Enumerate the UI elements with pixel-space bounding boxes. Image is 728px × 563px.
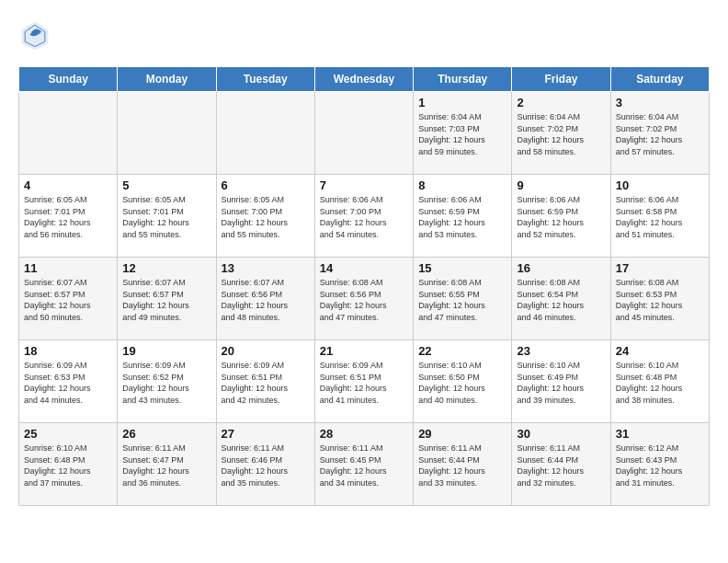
- calendar-cell: 23Sunrise: 6:10 AM Sunset: 6:49 PM Dayli…: [512, 340, 610, 423]
- day-info: Sunrise: 6:11 AM Sunset: 6:47 PM Dayligh…: [122, 442, 210, 488]
- day-number: 14: [320, 261, 408, 275]
- calendar-cell: 6Sunrise: 6:05 AM Sunset: 7:00 PM Daylig…: [216, 175, 314, 258]
- day-info: Sunrise: 6:09 AM Sunset: 6:51 PM Dayligh…: [222, 360, 310, 406]
- calendar-cell: 10Sunrise: 6:06 AM Sunset: 6:58 PM Dayli…: [610, 175, 709, 258]
- weekday-header-monday: Monday: [118, 67, 216, 92]
- calendar-week-1: 1Sunrise: 6:04 AM Sunset: 7:03 PM Daylig…: [19, 92, 710, 175]
- day-number: 10: [616, 178, 704, 192]
- day-info: Sunrise: 6:11 AM Sunset: 6:44 PM Dayligh…: [517, 442, 605, 488]
- calendar-cell: 21Sunrise: 6:09 AM Sunset: 6:51 PM Dayli…: [314, 340, 413, 423]
- calendar-cell: 2Sunrise: 6:04 AM Sunset: 7:02 PM Daylig…: [512, 92, 610, 175]
- day-number: 28: [320, 427, 408, 441]
- calendar-cell: [314, 92, 413, 175]
- day-number: 15: [418, 261, 506, 275]
- calendar-cell: [19, 92, 118, 175]
- day-info: Sunrise: 6:10 AM Sunset: 6:48 PM Dayligh…: [24, 442, 112, 488]
- logo-icon: [18, 18, 51, 52]
- day-number: 7: [320, 178, 408, 192]
- calendar-cell: 5Sunrise: 6:05 AM Sunset: 7:01 PM Daylig…: [118, 175, 216, 258]
- calendar-cell: 19Sunrise: 6:09 AM Sunset: 6:52 PM Dayli…: [118, 340, 216, 423]
- day-number: 9: [517, 178, 605, 192]
- day-number: 20: [222, 344, 310, 358]
- day-info: Sunrise: 6:10 AM Sunset: 6:48 PM Dayligh…: [616, 360, 704, 406]
- calendar-cell: 15Sunrise: 6:08 AM Sunset: 6:55 PM Dayli…: [414, 258, 512, 340]
- day-info: Sunrise: 6:11 AM Sunset: 6:44 PM Dayligh…: [418, 442, 506, 488]
- day-info: Sunrise: 6:07 AM Sunset: 6:56 PM Dayligh…: [222, 277, 310, 323]
- calendar-cell: 16Sunrise: 6:08 AM Sunset: 6:54 PM Dayli…: [512, 258, 610, 340]
- calendar-cell: 29Sunrise: 6:11 AM Sunset: 6:44 PM Dayli…: [414, 423, 512, 506]
- calendar-cell: 31Sunrise: 6:12 AM Sunset: 6:43 PM Dayli…: [610, 423, 709, 506]
- weekday-header-tuesday: Tuesday: [216, 67, 314, 92]
- calendar-week-4: 18Sunrise: 6:09 AM Sunset: 6:53 PM Dayli…: [19, 340, 710, 423]
- day-info: Sunrise: 6:10 AM Sunset: 6:50 PM Dayligh…: [418, 360, 506, 406]
- calendar-cell: 3Sunrise: 6:04 AM Sunset: 7:02 PM Daylig…: [610, 92, 709, 175]
- day-number: 30: [517, 427, 605, 441]
- day-number: 24: [616, 344, 704, 358]
- calendar-cell: 20Sunrise: 6:09 AM Sunset: 6:51 PM Dayli…: [216, 340, 314, 423]
- day-info: Sunrise: 6:04 AM Sunset: 7:02 PM Dayligh…: [517, 111, 605, 157]
- day-info: Sunrise: 6:06 AM Sunset: 6:58 PM Dayligh…: [616, 194, 704, 240]
- day-number: 8: [418, 178, 506, 192]
- calendar-cell: 9Sunrise: 6:06 AM Sunset: 6:59 PM Daylig…: [512, 175, 610, 258]
- day-number: 25: [24, 427, 112, 441]
- day-number: 19: [122, 344, 210, 358]
- day-number: 11: [24, 261, 112, 275]
- day-number: 12: [122, 261, 210, 275]
- day-info: Sunrise: 6:07 AM Sunset: 6:57 PM Dayligh…: [24, 277, 112, 323]
- day-info: Sunrise: 6:10 AM Sunset: 6:49 PM Dayligh…: [517, 360, 605, 406]
- calendar-cell: 25Sunrise: 6:10 AM Sunset: 6:48 PM Dayli…: [19, 423, 118, 506]
- day-info: Sunrise: 6:12 AM Sunset: 6:43 PM Dayligh…: [616, 442, 704, 488]
- day-number: 22: [418, 344, 506, 358]
- weekday-header-friday: Friday: [512, 67, 610, 92]
- calendar-week-3: 11Sunrise: 6:07 AM Sunset: 6:57 PM Dayli…: [19, 258, 710, 340]
- calendar-week-5: 25Sunrise: 6:10 AM Sunset: 6:48 PM Dayli…: [19, 423, 710, 506]
- day-info: Sunrise: 6:09 AM Sunset: 6:52 PM Dayligh…: [122, 360, 210, 406]
- day-number: 4: [24, 178, 112, 192]
- day-number: 29: [418, 427, 506, 441]
- day-number: 18: [24, 344, 112, 358]
- day-number: 3: [616, 96, 704, 109]
- day-info: Sunrise: 6:08 AM Sunset: 6:54 PM Dayligh…: [517, 277, 605, 323]
- day-number: 31: [616, 427, 704, 441]
- calendar-cell: 14Sunrise: 6:08 AM Sunset: 6:56 PM Dayli…: [314, 258, 413, 340]
- day-number: 5: [122, 178, 210, 192]
- calendar-cell: 26Sunrise: 6:11 AM Sunset: 6:47 PM Dayli…: [118, 423, 216, 506]
- weekday-row: SundayMondayTuesdayWednesdayThursdayFrid…: [19, 67, 710, 92]
- calendar-cell: 1Sunrise: 6:04 AM Sunset: 7:03 PM Daylig…: [414, 92, 512, 175]
- day-number: 26: [122, 427, 210, 441]
- weekday-header-saturday: Saturday: [610, 67, 709, 92]
- day-info: Sunrise: 6:06 AM Sunset: 7:00 PM Dayligh…: [320, 194, 408, 240]
- day-info: Sunrise: 6:05 AM Sunset: 7:01 PM Dayligh…: [122, 194, 210, 240]
- day-info: Sunrise: 6:11 AM Sunset: 6:46 PM Dayligh…: [222, 442, 310, 488]
- calendar-cell: [216, 92, 314, 175]
- calendar-cell: 13Sunrise: 6:07 AM Sunset: 6:56 PM Dayli…: [216, 258, 314, 340]
- weekday-header-thursday: Thursday: [414, 67, 512, 92]
- day-info: Sunrise: 6:06 AM Sunset: 6:59 PM Dayligh…: [517, 194, 605, 240]
- day-info: Sunrise: 6:08 AM Sunset: 6:53 PM Dayligh…: [616, 277, 704, 323]
- day-number: 21: [320, 344, 408, 358]
- calendar-header: SundayMondayTuesdayWednesdayThursdayFrid…: [19, 67, 710, 92]
- calendar-cell: 17Sunrise: 6:08 AM Sunset: 6:53 PM Dayli…: [610, 258, 709, 340]
- day-number: 17: [616, 261, 704, 275]
- day-number: 6: [222, 178, 310, 192]
- calendar-cell: 24Sunrise: 6:10 AM Sunset: 6:48 PM Dayli…: [610, 340, 709, 423]
- day-info: Sunrise: 6:05 AM Sunset: 7:00 PM Dayligh…: [222, 194, 310, 240]
- day-info: Sunrise: 6:09 AM Sunset: 6:53 PM Dayligh…: [24, 360, 112, 406]
- calendar-cell: 4Sunrise: 6:05 AM Sunset: 7:01 PM Daylig…: [19, 175, 118, 258]
- weekday-header-wednesday: Wednesday: [314, 67, 413, 92]
- logo: [18, 18, 55, 52]
- page-header: [18, 18, 710, 52]
- day-info: Sunrise: 6:08 AM Sunset: 6:56 PM Dayligh…: [320, 277, 408, 323]
- calendar-cell: 22Sunrise: 6:10 AM Sunset: 6:50 PM Dayli…: [414, 340, 512, 423]
- day-number: 13: [222, 261, 310, 275]
- calendar-cell: 28Sunrise: 6:11 AM Sunset: 6:45 PM Dayli…: [314, 423, 413, 506]
- calendar-cell: 27Sunrise: 6:11 AM Sunset: 6:46 PM Dayli…: [216, 423, 314, 506]
- day-number: 23: [517, 344, 605, 358]
- calendar-body: 1Sunrise: 6:04 AM Sunset: 7:03 PM Daylig…: [19, 92, 710, 506]
- day-info: Sunrise: 6:05 AM Sunset: 7:01 PM Dayligh…: [24, 194, 112, 240]
- calendar-cell: 11Sunrise: 6:07 AM Sunset: 6:57 PM Dayli…: [19, 258, 118, 340]
- calendar-cell: 30Sunrise: 6:11 AM Sunset: 6:44 PM Dayli…: [512, 423, 610, 506]
- calendar-cell: 12Sunrise: 6:07 AM Sunset: 6:57 PM Dayli…: [118, 258, 216, 340]
- calendar-cell: 8Sunrise: 6:06 AM Sunset: 6:59 PM Daylig…: [414, 175, 512, 258]
- calendar-cell: 7Sunrise: 6:06 AM Sunset: 7:00 PM Daylig…: [314, 175, 413, 258]
